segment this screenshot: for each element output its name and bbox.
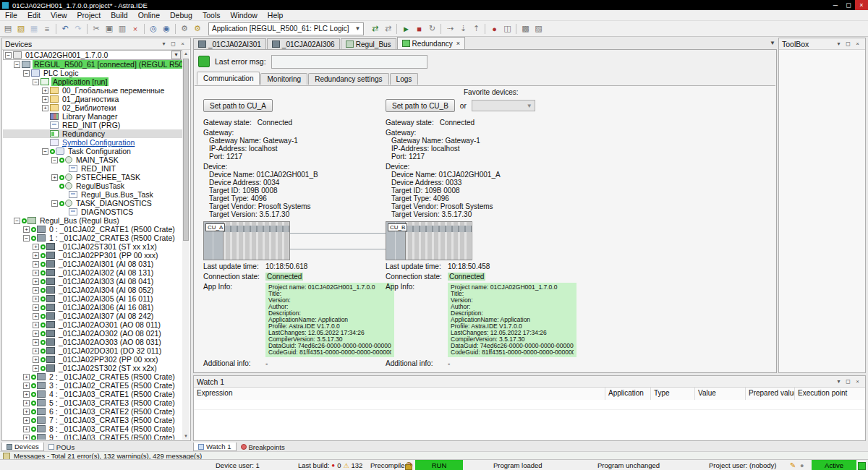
watch-column-expression[interactable]: Expression	[194, 388, 605, 400]
tree-item[interactable]: −Application [run]	[3, 77, 182, 86]
tree-expander[interactable]: −	[5, 52, 12, 59]
panel-close-icon[interactable]: ×	[853, 378, 862, 385]
favorite-devices-select[interactable]: ▼	[472, 100, 535, 111]
open-file-icon[interactable]: ▧	[14, 22, 27, 35]
watch-column-value[interactable]: Value	[694, 388, 745, 400]
tree-expander[interactable]: +	[33, 339, 39, 346]
tree-item[interactable]: +_01CJA02AO302 (AO 08 021)	[3, 329, 182, 338]
tree-item[interactable]: +_01CJA02AI307 (AI 08 242)	[3, 312, 182, 320]
scrollbar-thumb[interactable]	[183, 59, 189, 241]
panel-menu-icon[interactable]: ▾	[834, 378, 843, 385]
editor-tab-regul_bus[interactable]: Regul_Bus	[341, 38, 396, 49]
menu-item[interactable]: File	[0, 11, 22, 20]
step-over-icon[interactable]: ⇢	[443, 22, 456, 35]
tree-expander[interactable]: −	[14, 218, 20, 224]
tree-item[interactable]: +00_Глобальные переменные	[3, 86, 182, 95]
tree-item[interactable]: +_01CJA02PP302 (PP 00 xxx)	[3, 355, 182, 364]
tab-pous[interactable]: POUs	[44, 443, 79, 451]
tree-item[interactable]: +RED_INIT (PRG)	[3, 121, 182, 129]
tree-expander[interactable]: +	[33, 296, 39, 302]
tree-item[interactable]: +_01CJA02AI303 (AI 08 041)	[3, 277, 182, 286]
menu-item[interactable]: Window	[225, 11, 262, 20]
tree-item[interactable]: −MAIN_TASK	[3, 155, 182, 164]
tree-expander[interactable]: −	[23, 235, 30, 242]
tree-expander[interactable]: +	[42, 87, 48, 94]
tree-item[interactable]: +_01CJA02AI302 (AI 08 131)	[3, 268, 182, 277]
tree-expander[interactable]: +	[42, 105, 48, 111]
find-icon[interactable]: ◎	[147, 22, 160, 35]
print-icon[interactable]: ≡	[41, 22, 54, 35]
tree-expander[interactable]: +	[23, 435, 30, 440]
tree-item[interactable]: +_01CJA02AI301 (AI 08 031)	[3, 260, 182, 268]
panel-close-icon[interactable]: ×	[178, 40, 187, 47]
login-icon[interactable]: ⇄	[368, 22, 381, 35]
editor-tab-redundancy[interactable]: Redundancy×	[397, 37, 465, 49]
watch-window-icon[interactable]: ◫	[501, 22, 514, 35]
tree-item[interactable]: +Regul_Bus.Bus_Task	[3, 190, 182, 199]
tree-expander[interactable]: +	[33, 261, 39, 268]
tree-item[interactable]: +_01CJA02AI306 (AI 16 081)	[3, 303, 182, 312]
subtab-monitoring[interactable]: Monitoring	[260, 73, 307, 85]
tree-expander[interactable]: +	[33, 322, 39, 328]
last-error-input[interactable]	[271, 55, 427, 69]
tree-item[interactable]: +8 : _01CJA03_CRATE4 (R500 Crate)	[3, 424, 182, 433]
tree-item[interactable]: +_01CJA02ST302 (ST xx x2x)	[3, 364, 182, 372]
logout-icon[interactable]: ⇄	[381, 22, 394, 35]
paste-icon[interactable]: ▥	[116, 22, 129, 35]
tree-expander[interactable]: +	[23, 391, 30, 398]
tree-expander[interactable]: −	[51, 200, 58, 207]
tree-expander[interactable]: −	[14, 61, 20, 68]
tree-expander[interactable]: +	[33, 356, 39, 363]
watch-column-execution-point[interactable]: Execution point	[794, 388, 867, 400]
menu-item[interactable]: Help	[263, 11, 289, 20]
panel-float-icon[interactable]: ◻	[169, 40, 178, 47]
tab-list-dropdown-icon[interactable]: ▼	[770, 40, 775, 46]
tree-item[interactable]: +RegulBusTask	[3, 181, 182, 190]
watch-column-prepared-value[interactable]: Prepared value	[745, 388, 794, 400]
tree-expander[interactable]: +	[33, 244, 39, 250]
tree-item[interactable]: +_01CJA02ST301 (ST xx x1x)	[3, 242, 182, 251]
tree-expander[interactable]: +	[33, 252, 39, 259]
menu-item[interactable]: Debug	[165, 11, 197, 20]
tree-expander[interactable]: −	[33, 79, 39, 85]
windows-icon[interactable]: ▨	[532, 22, 545, 35]
cut-icon[interactable]: ✂	[90, 22, 103, 35]
tree-item[interactable]: +3 : _01CJA02_CRATE5 (R500 Crate)	[3, 381, 182, 390]
menu-item[interactable]: Online	[133, 11, 165, 20]
breakpoint-icon[interactable]: ●	[488, 22, 501, 35]
tab-watch-1[interactable]: Watch 1	[193, 443, 237, 451]
step-out-icon[interactable]: ⇡	[469, 22, 482, 35]
panel-float-icon[interactable]: ◻	[843, 378, 853, 385]
minimize-icon[interactable]: ─	[829, 0, 842, 10]
subtab-logs[interactable]: Logs	[390, 73, 419, 85]
close-tab-icon[interactable]: ×	[456, 40, 460, 47]
tree-expander[interactable]: +	[23, 409, 30, 415]
subtab-communication[interactable]: Communication	[197, 72, 260, 85]
tree-item[interactable]: +6 : _01CJA03_CRATE2 (R500 Crate)	[3, 407, 182, 416]
tree-item[interactable]: +_01CJA02AI305 (AI 16 011)	[3, 294, 182, 303]
tree-expander[interactable]: +	[23, 383, 30, 389]
tree-item[interactable]: −PLC Logic	[3, 69, 182, 77]
tree-item[interactable]: +Symbol Configuration	[3, 138, 182, 147]
tree-expander[interactable]: +	[33, 313, 39, 320]
single-cycle-icon[interactable]: ↻	[425, 22, 438, 35]
menu-item[interactable]: Tools	[197, 11, 226, 20]
tree-expander[interactable]: +	[33, 287, 39, 294]
maximize-icon[interactable]: ◻	[842, 0, 855, 10]
tree-item[interactable]: +Redundancy	[3, 129, 182, 138]
tree-item[interactable]: +7 : _01CJA03_CRATE3 (R500 Crate)	[3, 416, 182, 424]
panel-menu-icon[interactable]: ▾	[834, 40, 843, 47]
tree-item[interactable]: +RED_INIT	[3, 164, 182, 173]
tree-expander[interactable]: −	[23, 70, 30, 77]
watch-body[interactable]	[194, 400, 865, 440]
tree-expander[interactable]: +	[33, 270, 39, 276]
tree-expander[interactable]: +	[33, 330, 39, 337]
tree-item[interactable]: +Library Manager	[3, 112, 182, 121]
panel-float-icon[interactable]: ◻	[843, 40, 853, 47]
set-path-cu-a-button[interactable]: Set path to CU_A	[203, 99, 273, 112]
panel-menu-icon[interactable]: ▾	[159, 40, 169, 47]
replace-icon[interactable]: ◉	[160, 22, 173, 35]
tree-expander[interactable]: +	[42, 96, 48, 103]
watch-empty-row[interactable]	[194, 400, 865, 410]
watch-column-application[interactable]: Application	[605, 388, 650, 400]
